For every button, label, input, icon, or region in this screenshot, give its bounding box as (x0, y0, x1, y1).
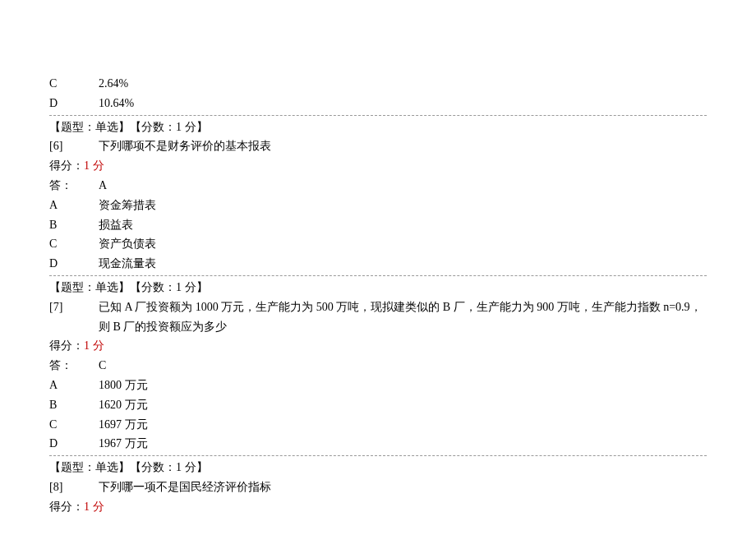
option-letter: C (49, 74, 99, 94)
option-text: 1800 万元 (99, 376, 707, 395)
score-value: 1 分 (84, 156, 104, 176)
option-letter: A (49, 376, 99, 395)
question-header: 【题型：单选】【分数：1 分】 (49, 458, 707, 477)
answer-label: 答： (49, 356, 99, 376)
score-value: 1 分 (84, 497, 104, 517)
answer-label: 答： (49, 176, 99, 196)
answer-value: C (99, 356, 707, 376)
option-text: 1697 万元 (99, 415, 707, 435)
header-text: 【题型：单选】【分数：1 分】 (49, 278, 208, 297)
question-stem-row: [8] 下列哪一项不是国民经济评价指标 (49, 477, 707, 497)
option-text: 10.64% (99, 94, 707, 113)
option-row: C 1697 万元 (49, 415, 707, 435)
option-letter: D (49, 94, 99, 113)
question-header: 【题型：单选】【分数：1 分】 (49, 278, 707, 297)
section-divider (49, 455, 707, 456)
answer-row: 答： C (49, 356, 707, 376)
header-text: 【题型：单选】【分数：1 分】 (49, 118, 208, 137)
option-letter: A (49, 196, 99, 215)
answer-value: A (99, 176, 707, 196)
score-row: 得分： 1 分 (49, 336, 707, 356)
answer-row: 答： A (49, 176, 707, 196)
score-label: 得分： (49, 497, 84, 517)
option-row: D 现金流量表 (49, 254, 707, 274)
question-stem: 下列哪项不是财务评价的基本报表 (99, 136, 707, 156)
option-letter: D (49, 434, 99, 454)
option-text: 资金筹措表 (99, 196, 707, 215)
question-stem: 已知 A 厂投资额为 1000 万元，生产能力为 500 万吨，现拟建类似的 B… (99, 297, 707, 337)
question-stem-row: [7] 已知 A 厂投资额为 1000 万元，生产能力为 500 万吨，现拟建类… (49, 297, 707, 337)
option-text: 1967 万元 (99, 434, 707, 454)
score-row: 得分： 1 分 (49, 156, 707, 176)
question-stem: 下列哪一项不是国民经济评价指标 (99, 477, 707, 497)
section-divider (49, 115, 707, 116)
option-letter: D (49, 254, 99, 274)
question-number: [6] (49, 136, 99, 156)
section-divider (49, 275, 707, 276)
question-number: [7] (49, 297, 99, 317)
option-row: D 1967 万元 (49, 434, 707, 454)
header-text: 【题型：单选】【分数：1 分】 (49, 458, 208, 477)
option-row: A 1800 万元 (49, 376, 707, 395)
question-stem-row: [6] 下列哪项不是财务评价的基本报表 (49, 136, 707, 156)
option-row: B 1620 万元 (49, 395, 707, 415)
option-text: 现金流量表 (99, 254, 707, 274)
score-value: 1 分 (84, 336, 104, 356)
option-letter: C (49, 234, 99, 254)
score-row: 得分： 1 分 (49, 497, 707, 517)
option-text: 2.64% (99, 74, 707, 94)
score-label: 得分： (49, 156, 84, 176)
option-letter: B (49, 215, 99, 235)
option-text: 损益表 (99, 215, 707, 235)
option-text: 1620 万元 (99, 395, 707, 415)
score-label: 得分： (49, 336, 84, 356)
option-text: 资产负债表 (99, 234, 707, 254)
option-letter: C (49, 415, 99, 435)
option-row: D 10.64% (49, 94, 707, 113)
option-row: B 损益表 (49, 215, 707, 235)
question-number: [8] (49, 477, 99, 497)
option-row: C 资产负债表 (49, 234, 707, 254)
option-letter: B (49, 395, 99, 415)
option-row: A 资金筹措表 (49, 196, 707, 215)
option-row: C 2.64% (49, 74, 707, 94)
question-header: 【题型：单选】【分数：1 分】 (49, 118, 707, 137)
